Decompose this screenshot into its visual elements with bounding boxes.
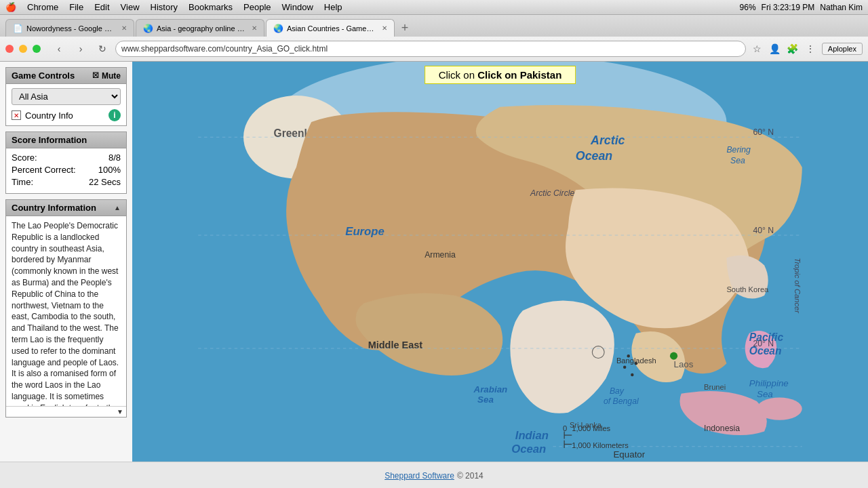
battery-status: 96%	[740, 3, 756, 12]
svg-point-8	[623, 366, 626, 369]
maximize-window-button[interactable]	[33, 45, 41, 53]
arctic-ocean-label: Arctic	[590, 134, 625, 147]
scale-miles-label: 1,000 Miles	[572, 424, 610, 432]
map-area[interactable]: Click on Click on Pakistan Greenland Mon…	[132, 62, 868, 462]
new-tab-button[interactable]: +	[396, 19, 414, 37]
philippine-sea-label: Philippine	[749, 378, 789, 388]
armenia-label: Armenia	[425, 250, 456, 260]
window-menu[interactable]: Window	[282, 2, 313, 12]
game-controls-title: Game Controls	[12, 70, 75, 81]
menubar: 🍎 Chrome File Edit View History Bookmark…	[0, 0, 868, 15]
tab-label-2: Asia - geography online games	[157, 24, 245, 33]
laos-label: Laos	[674, 359, 694, 369]
apple-menu[interactable]: 🍎	[5, 2, 16, 12]
brunei-label: Brunei	[704, 383, 726, 391]
score-label: Score:	[12, 152, 37, 163]
tab-favicon-1: 📄	[13, 24, 22, 33]
time-row: Time: 22 Secs	[12, 177, 121, 187]
bookmarks-menu[interactable]: Bookmarks	[189, 2, 233, 12]
tab-close-1[interactable]: ✕	[121, 24, 127, 32]
tab-asia-games[interactable]: 🌏 Asia - geography online games ✕	[136, 19, 264, 37]
tropic-cancer-label: Tropic of Cancer	[793, 258, 802, 314]
user-name: Nathan Kim	[820, 3, 863, 12]
country-info-box-header: Country Information ▲	[6, 200, 126, 216]
tab-favicon-3: 🌏	[273, 24, 283, 33]
south-korea-label: South Korea	[726, 285, 769, 293]
tab-label-1: Nowordyness - Google Drive	[26, 24, 115, 33]
philippine-sea-label2: Sea	[757, 389, 773, 399]
country-info-label: Country Info	[25, 110, 73, 121]
aploplex-button[interactable]: Aploplex	[822, 43, 863, 55]
region-select[interactable]: All Asia	[12, 88, 121, 105]
lat20-label: 20° N	[753, 339, 774, 348]
left-panel: Game Controls ☒ Mute All Asia ✕ Country …	[0, 62, 132, 462]
time-label: Time:	[12, 177, 33, 187]
toolbar-icons: ☆ 👤 🧩 ⋮	[750, 41, 818, 56]
score-info-content: Score: 8/8 Percent Correct: 100% Time: 2…	[6, 148, 126, 193]
edit-menu[interactable]: Edit	[94, 2, 109, 12]
time-value: 22 Secs	[89, 177, 121, 187]
equator-label: Equator	[613, 449, 645, 460]
percent-row: Percent Correct: 100%	[12, 165, 121, 175]
help-menu[interactable]: Help	[324, 2, 342, 12]
arabian-sea-label2: Sea	[477, 394, 494, 405]
arctic-circle-label: Arctic Circle	[530, 188, 574, 198]
tab-close-3[interactable]: ✕	[382, 24, 387, 32]
nav-bar: ‹ › ↻ www.sheppardsoftware.com/country_A…	[0, 37, 868, 61]
forward-button[interactable]: ›	[72, 40, 90, 58]
profile-icon[interactable]: 👤	[768, 41, 783, 56]
mute-button[interactable]: ☒ Mute	[92, 71, 121, 81]
footer: Sheppard Software © 2014	[0, 462, 868, 488]
score-value: 8/8	[108, 152, 121, 163]
footer-brand: Sheppard Software	[384, 471, 454, 481]
game-controls-content: All Asia ✕ Country Info i	[6, 84, 126, 125]
reload-button[interactable]: ↻	[94, 40, 111, 58]
footer-copyright: © 2014	[457, 471, 484, 481]
close-window-button[interactable]	[5, 45, 14, 53]
score-row: Score: 8/8	[12, 152, 121, 163]
lat60-label: 60° N	[753, 127, 774, 137]
minimize-window-button[interactable]	[19, 45, 27, 53]
address-bar[interactable]: www.sheppardsoftware.com/country_Asia_GO…	[115, 41, 746, 57]
scale-zero: 0	[563, 424, 567, 432]
lat40-label: 40° N	[753, 226, 774, 235]
europe-label: Europe	[345, 225, 384, 238]
arctic-ocean-label2: Ocean	[576, 149, 613, 163]
bering-sea-label2: Sea	[730, 156, 745, 165]
bay-bengal-label: Bay	[610, 386, 625, 396]
map-svg[interactable]: Greenland Mongolia South Korea Middle Ea…	[132, 62, 868, 462]
view-menu[interactable]: View	[121, 2, 140, 12]
tab-close-2[interactable]: ✕	[252, 24, 257, 32]
chrome-toolbar: 📄 Nowordyness - Google Drive ✕ 🌏 Asia - …	[0, 15, 868, 62]
target-country: Click on Pakistan	[477, 69, 561, 81]
country-info-row: ✕ Country Info i	[12, 109, 121, 121]
extensions-icon[interactable]: 🧩	[785, 41, 800, 56]
score-info-title: Score Information	[12, 135, 87, 145]
tab-google-drive[interactable]: 📄 Nowordyness - Google Drive ✕	[5, 19, 134, 37]
country-info-checkbox[interactable]: ✕	[12, 110, 21, 120]
game-controls-header: Game Controls ☒ Mute	[6, 68, 126, 84]
file-menu[interactable]: File	[69, 2, 83, 12]
address-text: www.sheppardsoftware.com/country_Asia_GO…	[121, 44, 725, 54]
bering-sea-label: Bering	[726, 145, 751, 155]
percent-label: Percent Correct:	[12, 165, 76, 175]
country-info-text: The Lao People's Democratic Republic is …	[6, 216, 126, 406]
middle-east-label: Middle East	[368, 340, 423, 350]
tab-label-3: Asian Countries - Game Level...	[287, 24, 375, 33]
clock: Fri 3:23:19 PM	[762, 3, 815, 12]
indian-ocean-label: Indian	[515, 429, 549, 442]
click-instruction: Click on Click on Pakistan	[425, 66, 576, 84]
tab-favicon-2: 🌏	[143, 24, 153, 33]
tab-asian-countries[interactable]: 🌏 Asian Countries - Game Level... ✕	[266, 19, 395, 37]
country-info-box: Country Information ▲ The Lao People's D…	[5, 199, 127, 418]
bookmark-icon[interactable]: ☆	[750, 41, 765, 56]
menu-icon[interactable]: ⋮	[803, 41, 818, 56]
scroll-up-button[interactable]: ▲	[114, 204, 121, 211]
info-icon[interactable]: i	[108, 109, 121, 121]
scale-km-label: 1,000 Kilometers	[572, 441, 629, 449]
scroll-down-button[interactable]: ▼	[117, 408, 123, 415]
back-button[interactable]: ‹	[50, 40, 68, 58]
chrome-menu[interactable]: Chrome	[27, 2, 58, 12]
history-menu[interactable]: History	[151, 2, 178, 12]
people-menu[interactable]: People	[243, 2, 271, 12]
